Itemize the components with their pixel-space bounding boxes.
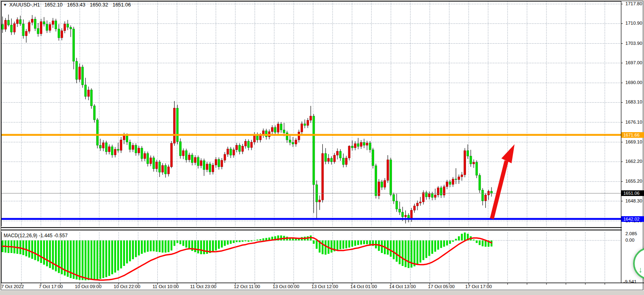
symbol-period: XAUUSD-,H1 — [9, 2, 40, 8]
mt4-chart-screenshot: { "title": { "dropdown_icon": "▼", "symb… — [0, 0, 644, 295]
time-axis-label: 7 Oct 17:00 — [39, 284, 63, 289]
price-tick-label: 1697.00 — [625, 60, 642, 65]
quote-close: 1651.06 — [112, 2, 131, 8]
price-tick-label: 1690.00 — [625, 80, 642, 85]
price-tick-label: 1669.10 — [625, 139, 642, 144]
resistance-price-label: 1671.66 — [621, 132, 644, 138]
macd-axis-max: 2.085 — [625, 231, 637, 236]
time-axis-label: 11 Oct 10:00 — [153, 284, 179, 289]
time-axis-label: 14 Oct 01:00 — [350, 284, 377, 289]
status-strip — [0, 290, 644, 295]
macd-indicator-label: MACD(12,26,9) -1.445 -0.557 — [4, 233, 68, 238]
time-axis-label: 14 Oct 13:00 — [389, 284, 416, 289]
time-axis-label: 10 Oct 22:00 — [114, 284, 140, 289]
price-tick-label: 1703.90 — [625, 41, 642, 46]
time-axis-label: 17 Oct 05:00 — [428, 284, 455, 289]
price-tick-label: 1683.10 — [625, 99, 642, 104]
time-axis-label: 12 Oct 11:00 — [234, 284, 260, 289]
horizontal-lines[interactable] — [1, 134, 621, 220]
quote-low: 1650.32 — [90, 2, 108, 8]
macd-pane — [1, 232, 621, 280]
time-axis-label: 7 Oct 2022 — [1, 284, 24, 289]
arrow-down-icon: ↓ — [638, 265, 642, 274]
time-axis-label: 10 Oct 09:00 — [75, 284, 102, 289]
candles — [2, 15, 493, 223]
time-axis-label: 13 Oct 12:00 — [311, 284, 338, 289]
price-tick-label: 1710.90 — [625, 21, 642, 25]
price-tick-label: 1648.30 — [625, 198, 642, 203]
price-tick-label: 1676.10 — [625, 120, 642, 124]
price-tick-label: 1717.80 — [625, 1, 642, 6]
quote-open: 1652.10 — [44, 2, 63, 8]
pane-splitter[interactable] — [1, 227, 622, 228]
price-tick-label: 1662.20 — [625, 159, 642, 164]
time-axis-label: 11 Oct 23:00 — [190, 284, 216, 289]
current-price-label: 1651.06 — [621, 190, 644, 196]
price-tick-label: 1655.20 — [625, 179, 642, 183]
time-axis-label: 13 Oct 00:00 — [273, 284, 299, 289]
symbol-dropdown-icon[interactable]: ▼ — [3, 3, 7, 7]
quote-high: 1653.43 — [67, 2, 85, 8]
macd-axis-zero: 0.00 — [625, 238, 634, 242]
support-price-label: 1642.02 — [621, 216, 644, 222]
macd-axis-min: -9.541 — [623, 279, 637, 284]
chart-title: ▼XAUUSD-,H11652.101653.431650.321651.06 — [3, 2, 135, 8]
chart-canvas[interactable] — [0, 0, 644, 295]
time-axis-label: 17 Oct 17:00 — [465, 284, 492, 289]
